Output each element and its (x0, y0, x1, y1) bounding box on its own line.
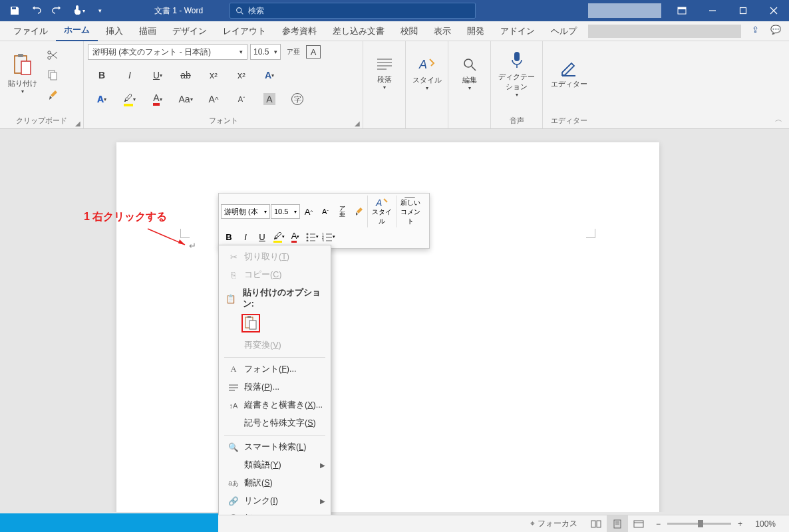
cm-translate[interactable]: aあ 翻訳(S) (219, 474, 331, 492)
cm-symbols[interactable]: 記号と特殊文字(S) (219, 414, 331, 432)
mini-italic[interactable]: I (237, 229, 253, 245)
mini-font-color[interactable]: A▾ (287, 229, 303, 245)
zoom-in[interactable]: + (738, 519, 742, 529)
zoom-out[interactable]: − (656, 519, 661, 529)
editing-button[interactable]: 編集▾ (452, 44, 486, 104)
user-account-box[interactable] (588, 3, 661, 18)
mini-shrink-font[interactable]: Aˇ (317, 203, 333, 219)
styles-icon: A (418, 57, 436, 72)
mini-grow-font[interactable]: A^ (301, 203, 317, 219)
font-color-button[interactable]: A▾ (144, 89, 172, 109)
tab-draw[interactable]: 描画 (131, 21, 164, 41)
tab-file[interactable]: ファイル (5, 21, 56, 41)
mini-format-painter[interactable] (351, 203, 367, 219)
clipboard-dialog-launcher[interactable]: ◢ (75, 120, 80, 127)
sb-read-mode[interactable] (585, 515, 607, 533)
mini-phonetic[interactable]: ア亜 (334, 203, 350, 219)
paragraph-button[interactable]: 段落▾ (367, 44, 401, 104)
cm-smart-lookup[interactable]: 🔍 スマート検索(L) (219, 438, 331, 456)
font-size-combo[interactable]: 10.5▾ (250, 44, 281, 60)
qat-customize-button[interactable]: ▾ (90, 1, 109, 20)
save-button[interactable] (5, 1, 24, 20)
highlight-button[interactable]: 🖊▾ (116, 89, 144, 109)
ribbon-display-button[interactable] (667, 0, 697, 21)
ribbon-tabs: ファイル ホーム 挿入 描画 デザイン レイアウト 参考資料 差し込み文書 校閲… (0, 21, 789, 41)
subscript-button[interactable]: x2 (200, 65, 228, 85)
cm-link[interactable]: 🔗 リンク(I) ▶ (219, 492, 331, 510)
mini-new-comment[interactable]: 新しいコメント (396, 196, 424, 227)
sb-web-layout[interactable] (628, 515, 649, 533)
superscript-button[interactable]: x2 (228, 65, 255, 85)
copy-button[interactable] (43, 66, 63, 84)
mini-size-combo[interactable]: 10.5▾ (271, 204, 300, 219)
cm-cut: ✂ 切り取り(T) (219, 248, 331, 266)
strikethrough-button[interactable]: ab (172, 65, 200, 85)
format-painter-button[interactable] (43, 86, 63, 104)
char-border-button[interactable]: A (306, 45, 321, 59)
change-case-button[interactable]: Aa▾ (172, 89, 200, 109)
search-box[interactable]: 検索 (230, 3, 476, 19)
cm-text-direction[interactable]: ↕A 縦書きと横書き(X)... (219, 396, 331, 414)
zoom-slider[interactable] (667, 523, 731, 525)
mini-bullets[interactable]: ▾ (304, 229, 320, 245)
mini-font-combo[interactable]: 游明朝 (本▾ (221, 204, 270, 219)
svg-rect-9 (18, 54, 23, 57)
char-shading-button[interactable]: A (255, 89, 283, 109)
paste-button[interactable]: 貼り付け ▾ (4, 44, 41, 104)
zoom-level[interactable]: 100% (749, 519, 776, 529)
close-button[interactable] (758, 0, 789, 21)
maximize-button[interactable] (728, 0, 758, 21)
shrink-font-button[interactable]: Aˇ (228, 89, 255, 109)
cm-paragraph[interactable]: 段落(P)... (219, 378, 331, 396)
mini-numbering[interactable]: 123▾ (321, 229, 337, 245)
tab-insert[interactable]: 挿入 (98, 21, 131, 41)
tab-design[interactable]: デザイン (164, 21, 215, 41)
context-menu: ✂ 切り取り(T) ⎘ コピー(C) 📋 貼り付けのオプション: 再変換(V) … (218, 245, 331, 531)
group-voice: ディクテーション▾ 音声 (491, 41, 543, 128)
tab-view[interactable]: 表示 (426, 21, 459, 41)
phonetic-guide-button[interactable]: ア亜 (283, 44, 303, 60)
undo-button[interactable] (27, 1, 45, 20)
font-name-combo[interactable]: 游明朝 (本文のフォント - 日本語)▾ (88, 44, 247, 60)
copy-icon (47, 69, 59, 81)
styles-button[interactable]: A スタイル▾ (410, 44, 444, 104)
underline-button[interactable]: U ▾ (144, 65, 172, 85)
font-dialog-launcher[interactable]: ◢ (355, 120, 360, 127)
ribbon: 貼り付け ▾ クリップボード◢ 游明朝 (本文のフォント - 日本語)▾ 10.… (0, 41, 789, 129)
tab-developer[interactable]: 開発 (459, 21, 492, 41)
tab-mailings[interactable]: 差し込み文書 (325, 21, 393, 41)
touch-mode-button[interactable]: ▾ (69, 1, 88, 20)
comments-button[interactable]: 💬 (770, 25, 784, 38)
text-effects-button[interactable]: A▾ (255, 65, 283, 85)
tab-help[interactable]: ヘルプ (543, 21, 585, 41)
tab-review[interactable]: 校閲 (393, 21, 426, 41)
mini-bold[interactable]: B (221, 229, 237, 245)
share-button[interactable]: ⇪ (752, 25, 765, 38)
enclose-char-button[interactable]: 字 (283, 89, 311, 109)
dictate-button[interactable]: ディクテーション▾ (495, 44, 538, 104)
italic-button[interactable]: I (116, 65, 144, 85)
tab-references[interactable]: 参考資料 (274, 21, 325, 41)
grow-font-button[interactable]: A^ (200, 89, 228, 109)
mini-underline[interactable]: U (254, 229, 270, 245)
mini-highlight[interactable]: 🖊▾ (271, 229, 287, 245)
mini-styles[interactable]: A スタイル (367, 196, 395, 227)
collapse-ribbon-button[interactable]: ︿ (775, 114, 782, 124)
tab-home[interactable]: ホーム (56, 20, 98, 42)
sb-focus-mode[interactable]: ⌖フォーカス (522, 518, 585, 529)
tab-layout[interactable]: レイアウト (215, 21, 274, 41)
cm-synonyms[interactable]: 類義語(Y) ▶ (219, 456, 331, 474)
minimize-button[interactable] (697, 0, 728, 21)
cm-font[interactable]: A フォント(F)... (219, 360, 331, 378)
redo-button[interactable] (48, 1, 67, 20)
sb-print-layout[interactable] (607, 515, 628, 533)
svg-line-1 (241, 12, 243, 14)
svg-rect-43 (247, 316, 251, 318)
editor-button[interactable]: エディター (547, 44, 591, 104)
text-fill-button[interactable]: A▾ (88, 89, 116, 109)
tab-addins[interactable]: アドイン (492, 21, 543, 41)
cut-button[interactable] (43, 47, 63, 64)
account-area[interactable] (588, 25, 741, 38)
cm-paste-keep-source[interactable] (241, 314, 260, 332)
bold-button[interactable]: B (88, 65, 116, 85)
